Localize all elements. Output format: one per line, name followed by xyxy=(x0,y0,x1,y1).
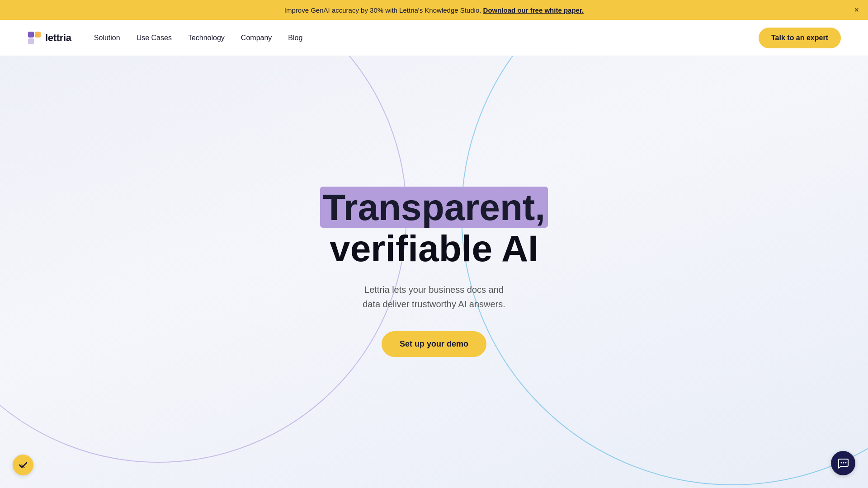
bottom-left-widget[interactable] xyxy=(13,455,33,475)
svg-rect-1 xyxy=(35,32,41,38)
nav-left: lettria Solution Use Cases Technology Co… xyxy=(27,31,302,45)
svg-rect-0 xyxy=(28,32,34,38)
navbar: lettria Solution Use Cases Technology Co… xyxy=(0,20,868,56)
nav-item-blog[interactable]: Blog xyxy=(288,34,302,42)
hero-section: Transparent, verifiable AI Lettria lets … xyxy=(0,56,868,488)
hero-content: Transparent, verifiable AI Lettria lets … xyxy=(320,187,548,357)
hero-title-plain: verifiable AI xyxy=(330,228,538,269)
nav-item-solution[interactable]: Solution xyxy=(94,34,120,42)
hero-subtitle: Lettria lets your business docs anddata … xyxy=(320,282,548,311)
close-announcement-button[interactable]: × xyxy=(854,6,859,14)
nav-item-technology[interactable]: Technology xyxy=(188,34,225,42)
svg-point-3 xyxy=(841,462,842,464)
demo-button[interactable]: Set up your demo xyxy=(382,331,486,357)
talk-to-expert-button[interactable]: Talk to an expert xyxy=(759,28,841,48)
logo-icon xyxy=(27,31,42,45)
nav-links: Solution Use Cases Technology Company Bl… xyxy=(94,34,303,42)
chat-icon xyxy=(837,457,849,469)
hero-title-highlight: Transparent, xyxy=(320,187,548,228)
announcement-text: Improve GenAI accuracy by 30% with Lettr… xyxy=(284,6,584,14)
hero-title: Transparent, verifiable AI xyxy=(320,187,548,268)
svg-point-5 xyxy=(845,462,847,464)
nav-item-use-cases[interactable]: Use Cases xyxy=(137,34,172,42)
announcement-bar: Improve GenAI accuracy by 30% with Lettr… xyxy=(0,0,868,20)
checkmark-icon xyxy=(18,460,28,470)
svg-point-4 xyxy=(843,462,844,464)
nav-item-company[interactable]: Company xyxy=(241,34,272,42)
logo-text: lettria xyxy=(45,32,71,44)
svg-rect-2 xyxy=(28,38,34,44)
chat-widget-button[interactable] xyxy=(831,451,855,475)
announcement-link[interactable]: Download our free white paper. xyxy=(483,6,584,14)
logo[interactable]: lettria xyxy=(27,31,71,45)
